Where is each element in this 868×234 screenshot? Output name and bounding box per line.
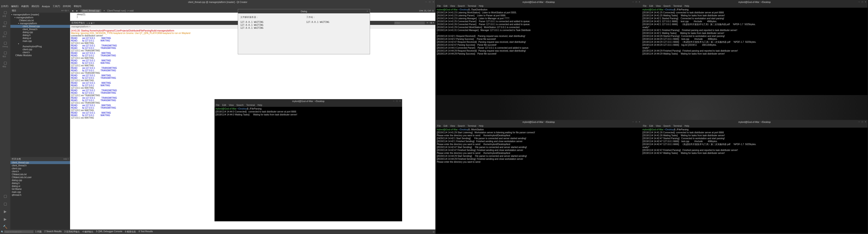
close-icon[interactable]: ×: [864, 121, 867, 123]
bottom-tab[interactable]: 3 应用程序输出: [63, 230, 81, 234]
tree-item[interactable]: CMake Modules: [10, 54, 70, 57]
locator-input[interactable]: [4, 230, 33, 233]
output-controls[interactable]: + − ⧉ ×: [427, 22, 434, 24]
mode-icon[interactable]: ▢: [2, 30, 8, 35]
bottom-tab[interactable]: 5 QML Debugger Console: [95, 230, 124, 234]
pane-controls[interactable]: ▾ + ⧉ ×: [61, 9, 69, 12]
close-icon[interactable]: ×: [366, 10, 368, 12]
menu-item[interactable]: Edit: [222, 104, 226, 106]
tree-item[interactable]: client.cpp: [10, 48, 70, 51]
close-icon[interactable]: ×: [638, 1, 641, 3]
tree-item[interactable]: client.h: [10, 51, 70, 54]
mode-label[interactable]: 欢迎: [2, 15, 8, 18]
tree-item[interactable]: main.cpp: [10, 39, 70, 42]
menu-item[interactable]: Terminal: [468, 125, 476, 127]
menu-item[interactable]: Help: [684, 125, 689, 127]
mode-label[interactable]: 设计: [2, 35, 8, 38]
menu-item[interactable]: View: [450, 125, 455, 127]
tree-item[interactable]: CMakeLists.txt: [10, 19, 70, 22]
menu-item[interactable]: Help: [479, 125, 484, 127]
menu-item[interactable]: 控件(W): [63, 5, 71, 8]
maximize-icon[interactable]: □: [396, 100, 398, 102]
open-file-item[interactable]: client.cpp: [10, 167, 70, 170]
action-icon[interactable]: ▶: [2, 209, 8, 214]
tree-item[interactable]: dialog.cpp: [10, 31, 70, 34]
menu-item[interactable]: View: [450, 5, 455, 7]
menu-item[interactable]: File: [643, 125, 647, 127]
minimize-icon[interactable]: −: [858, 121, 860, 123]
menu-item[interactable]: File: [437, 5, 441, 7]
nav-fwd-icon[interactable]: ►: [76, 9, 78, 12]
minimize-icon[interactable]: −: [632, 121, 634, 123]
maximize-icon[interactable]: □: [635, 1, 638, 3]
tree-item[interactable]: ▾ managerplatform [master]: [10, 13, 70, 16]
bottom-tab[interactable]: 6 概要信息: [124, 230, 137, 234]
open-file-item[interactable]: qthread.h: [10, 194, 70, 197]
terminal-content[interactable]: mylord@God-of-War:~/Desktop$ ./FileParsi…: [215, 107, 402, 221]
mode-icon[interactable]: ▢: [2, 60, 8, 65]
tree-item[interactable]: ▾ managerplatform: [10, 16, 70, 19]
tree-item[interactable]: ▾ managerplatform: [10, 22, 70, 25]
output-tab[interactable]: managerplatform: [71, 25, 89, 28]
menu-item[interactable]: Help: [479, 5, 484, 7]
menu-item[interactable]: Search: [663, 125, 671, 127]
editor-tab[interactable]: client_thread.cpp: [81, 9, 101, 12]
maximize-icon[interactable]: □: [861, 1, 864, 3]
close-icon[interactable]: ×: [864, 1, 867, 3]
tree-item[interactable]: [10, 57, 70, 57]
open-file-item[interactable]: client_thread.h: [10, 164, 70, 167]
menu-item[interactable]: Edit: [649, 5, 653, 7]
open-file-item[interactable]: Git Blame: [10, 187, 70, 191]
open-file-item[interactable]: CMakeLists.txt.user: [10, 176, 70, 179]
menu-item[interactable]: Terminal: [246, 104, 255, 106]
menu-item[interactable]: Terminal: [468, 5, 476, 7]
minimize-icon[interactable]: −: [632, 1, 634, 3]
menu-item[interactable]: Help: [684, 5, 689, 7]
action-icon[interactable]: ▢: [2, 193, 8, 199]
open-files-list[interactable]: client_thread.cppclient_thread.hclient.c…: [10, 161, 70, 197]
close-icon[interactable]: ×: [432, 1, 434, 3]
close-icon[interactable]: ×: [399, 100, 401, 102]
open-file-item[interactable]: dialog.ui: [10, 185, 70, 187]
menu-item[interactable]: View: [656, 5, 661, 7]
close-bottom-icon[interactable]: ⊘: [433, 231, 434, 233]
tree-item[interactable]: /home/mylord/Prog: [10, 45, 70, 48]
menu-item[interactable]: View: [656, 125, 661, 127]
menu-item[interactable]: View: [229, 104, 234, 106]
tree-item[interactable]: client_thread.cpp: [10, 25, 70, 28]
minimize-icon[interactable]: −: [858, 1, 860, 3]
menu-item[interactable]: 编辑(E): [11, 5, 19, 8]
open-file-item[interactable]: client.h: [10, 170, 70, 173]
menu-item[interactable]: Edit: [443, 125, 447, 127]
close-output-tab-icon[interactable]: ×: [89, 25, 90, 28]
menu-item[interactable]: File: [643, 5, 647, 7]
bottom-tab[interactable]: 4 编译输出: [81, 230, 95, 234]
menu-item[interactable]: Edit: [649, 125, 653, 127]
open-file-item[interactable]: main.cpp: [10, 191, 70, 194]
mode-label[interactable]: 项目: [2, 55, 8, 58]
menu-item[interactable]: Search: [237, 104, 244, 106]
open-file-item[interactable]: CMakeLists.txt: [10, 173, 70, 176]
tree-item[interactable]: dialog.ui: [10, 37, 70, 39]
filter-input[interactable]: [394, 22, 425, 24]
menu-item[interactable]: File: [216, 104, 219, 106]
bottom-tab[interactable]: 2 Search Results: [43, 230, 63, 234]
terminal-content[interactable]: mylord@God-of-War:~/Desktop$ ./TaskDistr…: [436, 8, 642, 95]
nav-back-icon[interactable]: ◄: [71, 9, 74, 12]
maximize-icon[interactable]: □: [429, 1, 431, 3]
mode-icon[interactable]: ▢: [2, 40, 8, 46]
mode-icon[interactable]: ▢: [2, 50, 8, 55]
maximize-icon[interactable]: □: [861, 121, 864, 123]
menu-item[interactable]: Terminal: [673, 125, 682, 127]
mode-label[interactable]: Debug: [2, 46, 8, 48]
bottom-tab[interactable]: 1 问题: [34, 230, 43, 234]
maximize-icon[interactable]: □: [635, 121, 638, 123]
open-file-item[interactable]: dialog.cpp: [10, 179, 70, 182]
menu-item[interactable]: Search: [663, 5, 671, 7]
pane-controls[interactable]: ▾ ⧉ ×: [64, 158, 69, 160]
bottom-tab[interactable]: 8 Test Results: [137, 230, 154, 234]
menu-item[interactable]: 文件(F): [1, 5, 8, 8]
menu-item[interactable]: File: [437, 125, 441, 127]
action-icon[interactable]: ▢: [2, 201, 8, 206]
terminal-content[interactable]: mylord@God-of-War:~/Desktop$ ./FileParsi…: [642, 8, 868, 95]
